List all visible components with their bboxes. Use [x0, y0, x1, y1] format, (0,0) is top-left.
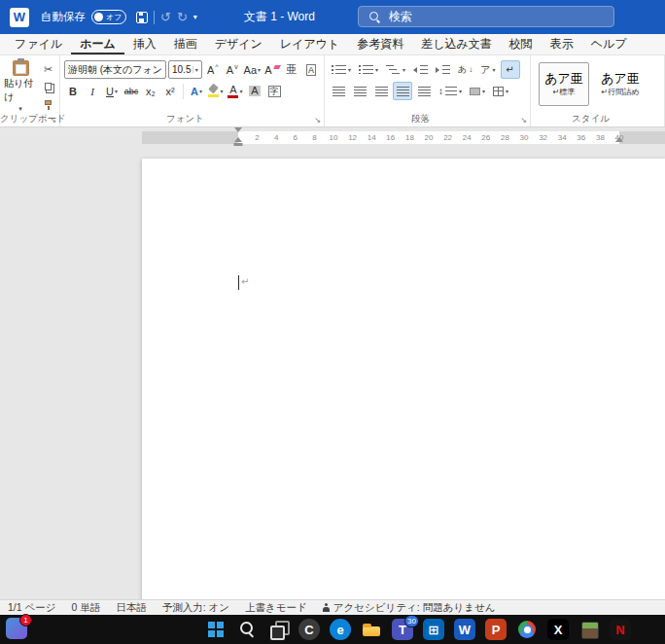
increase-indent-button[interactable] — [433, 60, 453, 79]
borders-button[interactable]: ▾ — [490, 82, 511, 100]
tab-references[interactable]: 参考資料 — [348, 34, 412, 54]
search-box[interactable]: 検索 — [358, 6, 614, 27]
taskbar-store-icon[interactable]: ⊞ — [422, 618, 445, 641]
ruler[interactable]: 246810121416182022242628303234363840 — [0, 127, 665, 148]
tab-file[interactable]: ファイル — [6, 34, 71, 54]
style-card[interactable]: あア亜↵標準 — [539, 62, 589, 106]
text-effects-button[interactable]: A▾ — [188, 82, 205, 100]
font-name-combo[interactable]: 游明朝 (本文のフォント・ ▾ — [64, 60, 166, 79]
taskbar-explorer-icon[interactable] — [360, 618, 383, 641]
show-formatting-marks-button[interactable]: ↵ — [501, 60, 520, 79]
tab-insert[interactable]: 挿入 — [124, 34, 165, 54]
undo-button[interactable]: ↺ — [160, 11, 171, 23]
status-overtype-mode[interactable]: 上書きモード — [245, 601, 307, 615]
change-case-button[interactable]: Aa▾ — [243, 60, 262, 79]
left-indent-marker[interactable] — [234, 143, 243, 146]
grow-font-button[interactable]: A^ — [204, 60, 222, 79]
tab-draw[interactable]: 描画 — [165, 34, 206, 54]
italic-button[interactable]: I — [84, 82, 101, 100]
tab-layout[interactable]: レイアウト — [271, 34, 348, 54]
bullets-button[interactable]: ▾ — [329, 60, 354, 79]
font-size-combo[interactable]: 10.5 ▾ — [168, 60, 202, 79]
copy-icon — [45, 83, 52, 90]
taskbar-teams-icon[interactable]: T30 — [391, 618, 414, 641]
ruler-number: 14 — [368, 134, 376, 142]
phonetic-guide-button[interactable]: 亜 — [283, 60, 300, 79]
status-language[interactable]: 日本語 — [116, 601, 147, 615]
paragraph-dialog-launcher[interactable]: ↘ — [520, 117, 527, 125]
copy-button[interactable] — [41, 80, 55, 92]
character-border-button[interactable]: A — [302, 60, 320, 79]
distribute-button[interactable] — [414, 82, 434, 100]
phonetic-guide-icon: 亜 — [287, 62, 298, 77]
taskbar-task-view-icon[interactable] — [266, 618, 290, 641]
status-page-number[interactable]: 1/1 ページ — [8, 601, 56, 615]
taskbar-x-icon[interactable]: X — [546, 618, 570, 641]
line-spacing-button[interactable]: ↕▾ — [436, 82, 465, 100]
status-predictive-input[interactable]: 予測入力: オン — [162, 601, 229, 615]
underline-button[interactable]: U▾ — [103, 82, 121, 100]
toggle-knob-icon — [94, 13, 103, 21]
bold-button[interactable]: B — [64, 82, 82, 100]
taskbar-chrome-icon[interactable] — [515, 618, 539, 641]
justify-button[interactable] — [393, 82, 412, 100]
ruler-number: 6 — [294, 134, 298, 142]
style-card[interactable]: あ見 — [651, 62, 665, 106]
tab-review[interactable]: 校閲 — [501, 34, 542, 54]
shading-button[interactable]: ▾ — [467, 82, 488, 100]
first-line-indent-marker[interactable] — [234, 127, 242, 132]
numbering-button[interactable]: ▾ — [356, 60, 381, 79]
sort-button[interactable]: あ↓ — [455, 60, 475, 79]
taskbar-netflix-icon[interactable]: N — [609, 618, 632, 641]
word-app-icon[interactable]: W — [10, 8, 29, 27]
document-area[interactable]: ↵ — [0, 148, 665, 599]
taskbar-minecraft-icon[interactable] — [578, 618, 601, 641]
enclose-characters-button[interactable]: 字 — [265, 82, 283, 100]
taskbar-edge-icon[interactable]: e — [329, 618, 352, 641]
multilevel-list-button[interactable]: ▾ — [383, 60, 408, 79]
style-card[interactable]: あア亜↵行間詰め — [595, 62, 646, 106]
highlight-button[interactable]: ▾ — [207, 82, 225, 100]
format-painter-button[interactable] — [41, 96, 55, 109]
character-shading-button[interactable]: A — [246, 82, 263, 100]
paste-button[interactable]: 貼り付け ▾ — [4, 60, 37, 112]
taskbar-powerpoint-icon[interactable]: P — [484, 618, 508, 641]
align-center-button[interactable] — [350, 82, 369, 100]
customize-quick-access-button[interactable]: ▾ — [193, 14, 197, 21]
font-color-button[interactable]: A▾ — [227, 82, 244, 100]
right-indent-marker[interactable] — [615, 137, 623, 142]
align-right-button[interactable] — [371, 82, 391, 100]
decrease-indent-button[interactable] — [410, 60, 431, 79]
ruler-number: 2 — [255, 134, 259, 142]
strikethrough-button[interactable]: abc — [122, 82, 140, 100]
clear-formatting-button[interactable]: A — [263, 60, 281, 79]
clipboard-dialog-launcher[interactable]: ↘ — [50, 117, 56, 125]
superscript-button[interactable]: x² — [161, 82, 179, 100]
taskbar-word-icon[interactable]: W — [453, 618, 476, 641]
autosave-toggle[interactable]: オフ — [91, 10, 126, 24]
page[interactable] — [142, 159, 665, 599]
save-button[interactable] — [136, 12, 148, 23]
autosave-control[interactable]: 自動保存 オフ — [41, 10, 126, 24]
taskbar-start-icon[interactable] — [204, 618, 228, 641]
borders-caret-icon: ▾ — [506, 89, 508, 94]
status-word-count[interactable]: 0 単語 — [72, 601, 101, 615]
shrink-font-button[interactable]: Av — [224, 60, 241, 79]
extended-format-button[interactable]: ア▾ — [477, 60, 498, 79]
align-left-button[interactable] — [329, 82, 348, 100]
cut-button[interactable]: ✂ — [41, 63, 55, 76]
bullets-icon — [332, 65, 346, 74]
tab-view[interactable]: 表示 — [542, 34, 582, 54]
subscript-button[interactable]: x₂ — [142, 82, 159, 100]
status-accessibility[interactable]: アクセシビリティ: 問題ありません — [323, 601, 496, 615]
font-dialog-launcher[interactable]: ↘ — [314, 117, 321, 125]
taskbar-search-icon[interactable] — [235, 618, 259, 641]
redo-button[interactable]: ↻ — [177, 11, 188, 23]
tab-mailings[interactable]: 差し込み文書 — [412, 34, 501, 54]
tab-help[interactable]: ヘルプ — [582, 34, 636, 54]
tab-design[interactable]: デザイン — [206, 34, 271, 54]
taskbar-copilot-icon[interactable]: C — [298, 618, 321, 641]
tab-home[interactable]: ホーム — [71, 34, 124, 54]
hanging-indent-marker[interactable] — [234, 137, 242, 142]
taskbar-corner-app-icon[interactable]: 1 — [6, 618, 29, 641]
